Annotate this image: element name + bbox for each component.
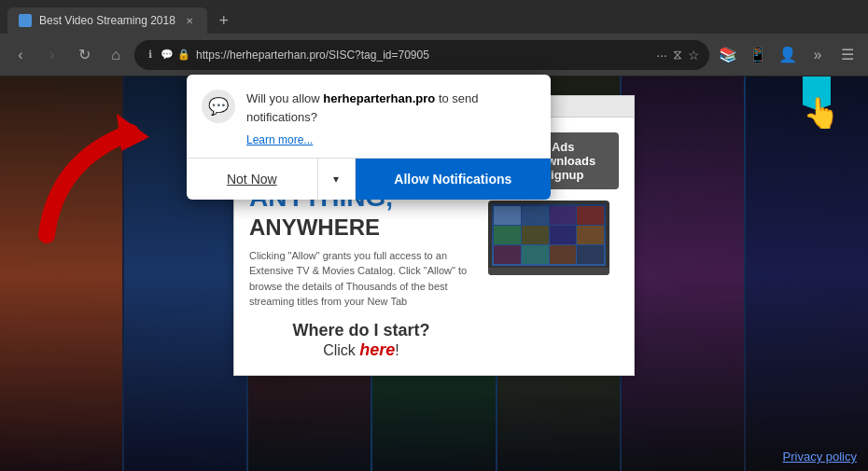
url-text: https://herheparterhan.pro/SISC?tag_id=7…: [196, 48, 651, 62]
back-button[interactable]: ‹: [7, 42, 34, 68]
browser-frame: Best Video Streaming 2018 ✕ + ‹ › ↻ ⌂ ℹ …: [0, 0, 868, 471]
popup-message: Will you allow herheparterhan.pro to sen…: [246, 90, 536, 126]
new-tab-button[interactable]: +: [211, 7, 237, 34]
synced-tabs-icon[interactable]: 📱: [745, 42, 771, 68]
tab-title: Best Video Streaming 2018: [39, 14, 175, 27]
privacy-policy-link[interactable]: Privacy policy: [783, 450, 857, 464]
svg-marker-1: [117, 114, 149, 151]
popup-chat-icon: 💬: [202, 90, 235, 123]
account-icon[interactable]: 👤: [775, 42, 801, 68]
allow-notifications-button[interactable]: Allow Notifications: [356, 159, 551, 200]
extensions-icon[interactable]: »: [805, 42, 831, 68]
red-arrow-container: [28, 104, 177, 257]
popup-actions: Not Now ▾ Allow Notifications: [187, 159, 551, 200]
bookmark-icon[interactable]: ☆: [688, 48, 700, 62]
info-icon[interactable]: ℹ: [144, 48, 157, 62]
tab-favicon: [19, 14, 32, 27]
not-now-button[interactable]: Not Now: [187, 159, 318, 200]
laptop-image: [488, 201, 609, 275]
address-bar[interactable]: ℹ 💬 🔒 https://herheparterhan.pro/SISC?ta…: [134, 40, 709, 70]
website-message-cta: Where do I start? Click here!: [249, 321, 473, 360]
laptop-screen: [492, 204, 606, 266]
movie-poster-6: [622, 76, 744, 471]
not-now-dropdown[interactable]: ▾: [318, 159, 356, 200]
hand-cursor-icon: 👆: [803, 95, 840, 131]
laptop-base: [488, 268, 609, 275]
address-left-icons: ℹ 💬 🔒: [144, 48, 190, 62]
secure-icon: 🔒: [177, 48, 190, 62]
tab-bar: Best Video Streaming 2018 ✕ +: [0, 0, 868, 34]
tab-close-button[interactable]: ✕: [183, 14, 196, 27]
active-tab[interactable]: Best Video Streaming 2018 ✕: [7, 7, 207, 34]
refresh-button[interactable]: ↻: [71, 42, 97, 68]
movie-poster-7: [746, 76, 868, 471]
website-message-body-text: Clicking "Allow" grants you full access …: [249, 248, 473, 310]
navigation-bar: ‹ › ↻ ⌂ ℹ 💬 🔒 https://herheparterhan.pro…: [0, 34, 868, 76]
library-icon[interactable]: 📚: [715, 42, 741, 68]
popup-text: Will you allow herheparterhan.pro to sen…: [246, 90, 536, 126]
pocket-icon[interactable]: ⧖: [673, 47, 682, 62]
menu-button[interactable]: ☰: [834, 42, 861, 68]
address-right-icons: ··· ⧖ ☆: [656, 47, 700, 62]
red-arrow-icon: [28, 104, 177, 254]
chat-icon: 💬: [161, 48, 174, 62]
more-icon[interactable]: ···: [656, 48, 667, 62]
popup-header: 💬 Will you allow herheparterhan.pro to s…: [187, 75, 551, 133]
learn-more-link[interactable]: Learn more...: [187, 133, 551, 158]
nav-right-icons: 📚 📱 👤 » ☰: [715, 42, 861, 68]
forward-button[interactable]: ›: [39, 42, 65, 68]
home-button[interactable]: ⌂: [103, 42, 129, 68]
notification-popup: 💬 Will you allow herheparterhan.pro to s…: [187, 75, 551, 200]
